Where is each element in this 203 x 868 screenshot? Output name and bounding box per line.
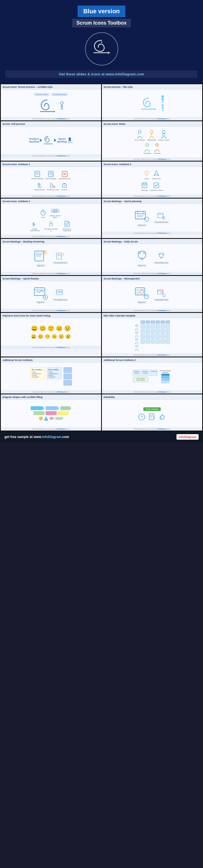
slide-additional-1: Additional Scrum Artefacts As a <role>, … xyxy=(1,358,101,394)
svg-point-120 xyxy=(144,294,149,299)
slide-17-title: Diagram shapes with scribble filling xyxy=(1,394,101,400)
slide-7-content: Timer 1 2 3 Voting / Scrum poker xyxy=(1,204,101,235)
shape-misc xyxy=(2,416,99,421)
additional2-left: Feature/Vision ProductTheme Planning Tea… xyxy=(133,370,158,382)
arrow-blue-2 xyxy=(46,406,59,410)
slide-artefacts-1: Scrum Icons: Artefacts 1 Product Backlog xyxy=(1,161,101,198)
svg-line-47 xyxy=(148,171,149,172)
artefacts1-row2: Retrospective Burndown Chart xyxy=(34,182,67,191)
svg-text:3: 3 xyxy=(57,210,58,212)
role-customer: Customer xyxy=(153,143,161,154)
artefact-document: Document / Paperwork xyxy=(60,220,74,231)
svg-rect-114 xyxy=(135,288,145,295)
niko-person-1 xyxy=(135,324,139,330)
niko-grid-container: M T W T F S xyxy=(141,320,170,344)
smiley-6: 😄 xyxy=(31,334,36,339)
artefact-product: Product xyxy=(61,182,67,191)
shape-rects xyxy=(2,411,99,415)
slide-artefacts-3: Scrum Icons: Artefacts 3 Timer 1 xyxy=(1,198,101,238)
review-thumb-label: Thumbnail Icon xyxy=(53,299,68,301)
header-badge: Blue version xyxy=(78,5,125,17)
svg-line-13 xyxy=(163,100,164,103)
svg-line-7 xyxy=(61,107,62,110)
slide-11-content: Big Icon Thumbnail Icon xyxy=(1,281,101,309)
slide-11-title: Scrum Meetings – Sprint Review xyxy=(1,276,101,281)
retro-big-label: Big Icon xyxy=(137,301,147,304)
slide-15-footer: Get these slides & icons at www.infoDiag… xyxy=(1,390,101,394)
artefacts3-row2: Needs improvement OK signs, thumbs up xyxy=(28,220,74,231)
slide-additional-2: Additional Scrum Artefacts 2 Feature/Vis… xyxy=(102,358,202,394)
role-label-sm: Scrum Master xyxy=(135,139,145,141)
slide-17-footer: Get these slides & icons at www.infoDiag… xyxy=(1,427,101,431)
slide-16-footer: Get these slides & icons at www.infoDiag… xyxy=(102,390,202,394)
artefact-burndown: Burndown Chart xyxy=(47,182,59,191)
footer-text: get free sample at www.infoDiagram.com xyxy=(4,435,69,439)
svg-line-22 xyxy=(138,134,139,135)
slide-shapes: Diagram shapes with scribble filling xyxy=(1,394,101,431)
role-scrum-master: Scrum Master xyxy=(135,130,145,141)
svg-marker-50 xyxy=(154,171,158,176)
editability-content: Fully editable xyxy=(138,406,167,421)
slide-meeting-daily: Scrum Meetings – Daily Scrum Big Icon xyxy=(102,239,202,275)
roles-row-2: Developer Customer xyxy=(144,143,161,154)
svg-rect-135 xyxy=(160,417,161,420)
svg-point-28 xyxy=(146,144,149,146)
art1-label-bd: Burndown Chart xyxy=(47,189,59,191)
art2-label-vis: Vision xyxy=(144,178,149,180)
slide-meeting-backlog: Scrum Meetings – Backlog Grooming Big Ic… xyxy=(1,239,101,275)
slide-14-content: M T W T F S xyxy=(102,318,202,353)
svg-rect-92 xyxy=(57,253,62,259)
artefact-retro: Retrospective xyxy=(34,182,45,191)
smiley-5: 😟 xyxy=(64,325,71,332)
person-icon-full: 👤 xyxy=(68,137,72,141)
slide-meeting-retro: Scrum Meetings – Retrospective xyxy=(102,276,202,312)
sprint-big-label: Big Icon xyxy=(137,224,147,226)
svg-marker-0 xyxy=(108,52,111,54)
svg-rect-117 xyxy=(140,289,144,293)
happiness-row2: 😄 😊 😶 😐 😟 😢 xyxy=(31,334,71,339)
slide-full-process: Scrum: Full process ProductBacklog Sprin… xyxy=(1,121,101,161)
svg-point-126 xyxy=(136,338,138,341)
shape-arrows xyxy=(2,406,99,410)
art2-label-dod: Definition of Done xyxy=(150,189,163,191)
svg-point-23 xyxy=(150,130,153,133)
slide-6-title: Scrum Icons: Artefacts 2 xyxy=(102,161,202,167)
niko-person-3 xyxy=(135,338,139,344)
slide-flat-process: Scrum process – flat style xyxy=(102,84,202,120)
slide-6-content: Vision Sprint Goal xyxy=(102,167,202,194)
svg-marker-9 xyxy=(154,108,156,110)
slide-3-footer: Get these slides & icons at www.infoDiag… xyxy=(1,154,101,157)
retro-thumb-label: Thumbnail Icon xyxy=(153,299,170,301)
edit-icons xyxy=(138,413,167,421)
slide-14-footer: Get these slides & icons at www.infoDiag… xyxy=(102,353,202,356)
artefact-timer: Timer xyxy=(40,209,46,218)
shapes-content xyxy=(2,406,99,421)
svg-rect-27 xyxy=(163,134,165,135)
slide-meeting-sprint: Scrum Meetings – Sprint planning ✓ Big I… xyxy=(102,198,202,238)
art1-label-sb: Sprint Backlog xyxy=(46,178,56,180)
slide-7-title: Scrum Icons: Artefacts 3 xyxy=(1,198,101,204)
slide-12-content: Big Icon Thumbnail Icon xyxy=(102,281,202,309)
artefact-vision: Vision xyxy=(143,170,150,180)
art1-label-prod: Product xyxy=(61,189,67,191)
svg-point-10 xyxy=(162,95,164,97)
svg-rect-11 xyxy=(162,98,164,100)
meeting-backlog-icons: Big Icon Thumbnail Icon xyxy=(34,249,68,267)
postit-2: As a <role>, I want <goal/desire>so that… xyxy=(47,367,61,379)
slide-15-title: Additional Scrum Artefacts xyxy=(1,358,101,363)
slide-happiness: Hapiness level icons for team mood notin… xyxy=(1,313,101,356)
role-developer: Developer xyxy=(144,143,151,154)
art2-label-plan: Planning xyxy=(141,189,147,191)
header: Blue version Scrum Icons Toolbox Get the… xyxy=(0,0,203,84)
svg-point-21 xyxy=(138,130,141,133)
svg-rect-15 xyxy=(162,106,164,110)
meeting-daily-icons: Big Icon Thumbnail Icon xyxy=(135,249,170,267)
fully-editable-tag: Fully editable xyxy=(143,407,161,411)
edit-doc-icon xyxy=(148,413,156,421)
clock-icon xyxy=(138,413,146,421)
slide-8-content: ✓ Big Icon ✓ Thumbnail Icon xyxy=(102,204,202,231)
svg-line-61 xyxy=(43,212,44,213)
art3-label-timer: Timer xyxy=(41,217,45,218)
slide-12-title: Scrum Meetings – Retrospective xyxy=(102,276,202,281)
rounded-green xyxy=(55,417,63,420)
